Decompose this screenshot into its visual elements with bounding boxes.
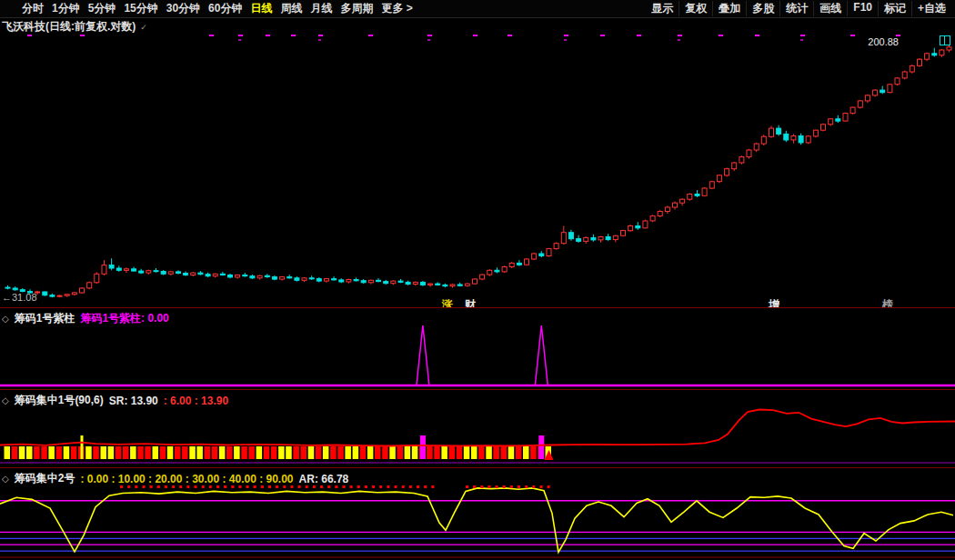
panel1-title: 筹码1号紫柱	[15, 311, 75, 326]
panel3-ar-value: AR: 66.78	[299, 473, 349, 485]
panel2-header: ◇ 筹码集中1号(90,6) SR: 13.90 : 6.00 : 13.90	[2, 393, 228, 408]
panel2-collapse-icon[interactable]: ◇	[2, 395, 9, 405]
chart-title: 飞沃科技(日线:前复权.对数)	[2, 19, 136, 35]
low-price-label: ←31.08	[2, 292, 37, 303]
panel3-header: ◇ 筹码集中2号 : 0.00 : 10.00 : 20.00 : 30.00 …	[2, 471, 348, 486]
title-flag-icon: ✓	[140, 23, 147, 32]
indicator-panel-2[interactable]	[0, 410, 955, 464]
chart-title-row: 飞沃科技(日线:前复权.对数) ✓	[2, 19, 147, 35]
indicator-panel-1[interactable]	[0, 325, 955, 385]
panel3-values: : 0.00 : 10.00 : 20.00 : 30.00 : 40.00 :…	[80, 473, 293, 485]
panel3-collapse-icon[interactable]: ◇	[2, 474, 9, 484]
panel1-value: 筹码1号紫柱: 0.00	[80, 311, 168, 326]
last-price-label: 200.88	[868, 36, 899, 47]
main-candlestick-chart[interactable]	[5, 35, 951, 297]
panel2-title: 筹码集中1号(90,6)	[15, 393, 104, 408]
panel2-values: : 6.00 : 13.90	[164, 395, 228, 407]
layout-icon[interactable]	[940, 35, 950, 45]
panel1-collapse-icon[interactable]: ◇	[2, 314, 9, 324]
trading-app: 分时1分钟5分钟15分钟30分钟60分钟日线周线月线多周期更多 > 显示复权叠加…	[0, 0, 955, 560]
panel2-sr-value: SR: 13.90	[109, 395, 158, 407]
panel1-header: ◇ 筹码1号紫柱 筹码1号紫柱: 0.00	[2, 311, 169, 326]
indicator-panel-3[interactable]	[0, 485, 955, 557]
panel3-title: 筹码集中2号	[15, 471, 75, 486]
